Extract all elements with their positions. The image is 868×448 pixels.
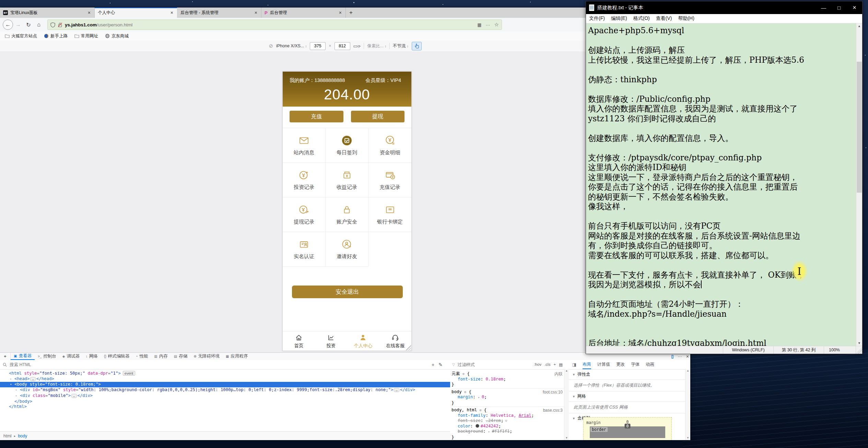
expand-twisty-icon[interactable]: ▸ xyxy=(15,387,17,393)
tab-changes[interactable]: 更改 xyxy=(616,362,625,367)
scroll-up-icon[interactable]: ▲ xyxy=(687,369,689,372)
color-picker-icon[interactable]: ✎ xyxy=(438,362,443,367)
devtools-tab-performance[interactable]: ◔性能 xyxy=(132,353,151,360)
markup-tree[interactable]: <html style="font-size: 50px;" data-dpr=… xyxy=(0,370,450,410)
grid-item-signin[interactable]: 每日签到 xyxy=(326,128,368,163)
url-text[interactable]: ys.jahbs1.com/user/person.html xyxy=(65,22,475,27)
qr-code-icon[interactable]: ▦ xyxy=(477,22,481,27)
sidebar-dock-icon[interactable]: ◨ xyxy=(572,362,576,367)
devtools-close-icon[interactable]: × xyxy=(686,354,689,359)
menu-edit[interactable]: 编辑(E) xyxy=(608,15,630,22)
overridden-filter-icon[interactable]: ▽ xyxy=(505,418,507,424)
breadcrumb-html[interactable]: html xyxy=(3,434,12,438)
bookmark-firefox-official[interactable]: 火狐官方站点 xyxy=(5,33,37,39)
bookmark-star-icon[interactable]: ☆ xyxy=(494,22,499,28)
withdraw-button[interactable]: 提现 xyxy=(351,111,405,122)
maximize-button[interactable]: □ xyxy=(831,1,847,14)
page-actions-icon[interactable]: ··· xyxy=(486,22,490,27)
grid-item-security[interactable]: 账户安全 xyxy=(326,197,368,232)
notepad-scrollbar[interactable]: ▲ ▼ xyxy=(856,23,862,346)
markup-node[interactable]: </html> xyxy=(0,404,450,410)
color-swatch[interactable] xyxy=(476,424,479,428)
rule-selector[interactable]: body xyxy=(451,389,464,394)
grid-item-invite[interactable]: 邀请好友 xyxy=(326,232,368,267)
css-declaration[interactable]: font-family: Helvetica, Arial; xyxy=(451,413,569,419)
nav-item-service[interactable]: 在线客服 xyxy=(379,331,411,351)
close-button[interactable]: × xyxy=(847,1,862,14)
expand-twisty-icon[interactable]: ▸ xyxy=(15,393,17,399)
grid-item-income[interactable]: 收益记录 xyxy=(326,163,368,197)
tab-admin-system[interactable]: 后台管理 - 系统管理 × xyxy=(177,8,261,18)
css-rule[interactable]: body, html ⊕ {base.css:3font-family: Hel… xyxy=(451,407,569,440)
grid-item-realname[interactable]: 实名认证 xyxy=(283,232,326,267)
filter-styles-input[interactable] xyxy=(457,362,532,367)
css-declaration[interactable]: font-size: .24rem;▽ xyxy=(451,418,569,424)
devtools-tab-storage[interactable]: ▤存储 xyxy=(171,353,190,360)
expand-twisty-icon[interactable]: ▸ xyxy=(10,376,12,382)
css-declaration[interactable]: color: #424242; xyxy=(451,424,569,429)
grid-item-recharge[interactable]: 充值记录 xyxy=(368,163,411,197)
grid-item-funds[interactable]: 资金明细 xyxy=(368,128,411,163)
dpr-selector[interactable]: 像素比... ↕ xyxy=(367,43,386,49)
expand-twisty-icon[interactable]: ▾ xyxy=(10,382,12,387)
scroll-up-icon[interactable]: ▲ xyxy=(565,369,568,372)
bookmark-common-sites[interactable]: 常用网址 xyxy=(74,33,98,39)
tab-close-icon[interactable]: × xyxy=(170,10,174,15)
event-badge[interactable]: event xyxy=(123,371,135,376)
breadcrumb[interactable]: html ▸ body xyxy=(0,431,450,440)
tab-personal-center[interactable]: 个人中心 × xyxy=(95,8,177,18)
recharge-button[interactable]: 充值 xyxy=(290,111,343,122)
rule-source-link[interactable]: 内联 xyxy=(554,372,563,377)
tab-fonts[interactable]: 字体 xyxy=(631,362,640,367)
minimize-button[interactable]: — xyxy=(816,1,831,14)
tab-baota-panel[interactable]: BT 宝塔Linux面板 × xyxy=(0,8,95,18)
css-rule[interactable]: body ⊕ {foot.css:10margin: ▸ 0;} xyxy=(451,389,569,407)
devtools-tab-style-editor[interactable]: {}样式编辑器 xyxy=(101,353,132,360)
css-declaration[interactable]: margin: ▸ 0; xyxy=(451,395,569,400)
grid-item-message[interactable]: 站内消息 xyxy=(283,128,326,163)
responsive-mode-toggle-icon[interactable]: ▯ xyxy=(671,354,673,359)
back-button[interactable]: ← xyxy=(3,20,13,30)
rules-scrollbar[interactable]: ▲▼ xyxy=(564,369,569,440)
rules-toolbar-button[interactable]: :hov xyxy=(534,362,541,367)
markup-node[interactable]: <html style="font-size: 50px;" data-dpr=… xyxy=(0,371,450,376)
touch-simulation-button[interactable] xyxy=(412,42,422,50)
notepad-text-area[interactable]: Apache+php5.6+mysql创建站点，上传源码，解压上传比较慢，我这里… xyxy=(586,23,862,346)
home-button[interactable]: ⌂ xyxy=(34,20,44,30)
devtools-tab-memory[interactable]: ▥内存 xyxy=(151,353,171,360)
sidebar-scrollbar[interactable]: ▲▼ xyxy=(685,369,690,440)
markup-node[interactable]: ▾<body style="font-size: 0.18rem;"> xyxy=(0,382,450,387)
nav-item-person[interactable]: 个人中心 xyxy=(347,331,379,351)
devtools-menu-icon[interactable]: ··· xyxy=(678,354,682,359)
throttling-selector[interactable]: 不节流 ↕ xyxy=(393,43,408,49)
markup-node[interactable]: </body> xyxy=(0,399,450,404)
viewport-width-input[interactable] xyxy=(310,42,326,50)
scroll-down-icon[interactable]: ▼ xyxy=(685,436,690,439)
resize-grip[interactable] xyxy=(856,346,862,354)
bookmark-jd-mall[interactable]: 京东商城 xyxy=(105,33,129,39)
menu-format[interactable]: 格式(O) xyxy=(630,15,653,22)
devtools-tab-inspector[interactable]: ▣查看器 xyxy=(11,353,35,360)
css-rule[interactable]: 元素 ⊕ {内联font-size: 0.18rem;} xyxy=(451,371,569,389)
value-expander-icon[interactable]: ▸ xyxy=(478,396,482,399)
grid-section-header[interactable]: ▼网格 xyxy=(569,391,690,402)
element-picker-icon[interactable]: ⌖ xyxy=(0,353,11,360)
devtools-tab-application[interactable]: ▦应用程序 xyxy=(223,353,251,360)
markup-search-input[interactable] xyxy=(9,362,430,367)
forward-button[interactable]: → xyxy=(13,20,23,30)
grid-item-invest[interactable]: 投资记录 xyxy=(283,163,326,197)
scroll-down-icon[interactable]: ▼ xyxy=(856,341,862,345)
devtools-tab-accessibility[interactable]: ⊕无障碍环境 xyxy=(190,353,223,360)
grid-item-bankcard[interactable]: 银行卡绑定 xyxy=(368,197,411,232)
rule-selector[interactable]: body, html xyxy=(451,408,479,412)
css-declaration[interactable]: font-size: 0.18rem; xyxy=(451,377,569,382)
scroll-down-icon[interactable]: ▼ xyxy=(564,436,569,439)
value-expander-icon[interactable]: ▸ xyxy=(488,430,492,433)
viewport-height-input[interactable] xyxy=(335,42,350,50)
flexbox-section-header[interactable]: ▼弹性盒 xyxy=(569,370,690,380)
tab-admin[interactable]: P 后台管理 × xyxy=(261,8,346,18)
rules-toolbar-button[interactable]: + xyxy=(553,362,556,367)
menu-help[interactable]: 帮助(H) xyxy=(675,15,697,22)
css-rules-list[interactable]: 元素 ⊕ {内联font-size: 0.18rem;}body ⊕ {foot… xyxy=(450,370,569,440)
tab-close-icon[interactable]: × xyxy=(338,10,342,15)
